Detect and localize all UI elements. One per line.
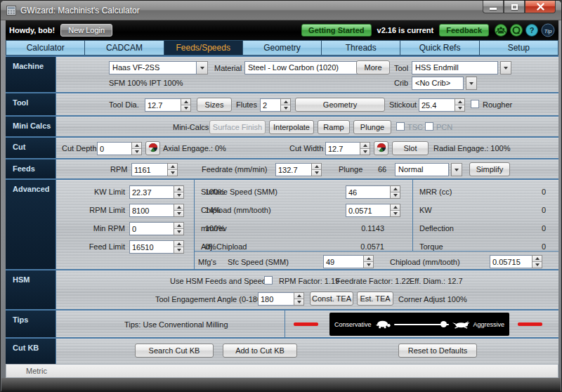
tea-input[interactable] (258, 292, 294, 306)
add-to-cut-kb-button[interactable]: Add to Cut KB (223, 344, 297, 358)
spinner-arrows[interactable] (294, 292, 304, 306)
tab-threads[interactable]: Threads (322, 40, 400, 55)
spinner-arrows[interactable] (131, 142, 142, 155)
use-hsm-checkbox[interactable] (264, 276, 273, 285)
ramp-button[interactable]: Ramp (318, 120, 350, 134)
minimize-button[interactable] (483, 1, 504, 13)
spinner-arrows[interactable] (174, 240, 184, 254)
machine-select[interactable]: Haas VF-2SS (109, 61, 208, 74)
spinner-arrows[interactable] (363, 255, 374, 268)
tab-cadcam[interactable]: CADCAM (85, 40, 164, 55)
video-icon[interactable] (510, 24, 523, 37)
interpolate-button[interactable]: Interpolate (269, 120, 314, 134)
title-bar[interactable]: GWizard: Machinist's Calculator (1, 1, 561, 20)
search-cut-kb-button[interactable]: Search Cut KB (135, 344, 214, 358)
spinner-arrows[interactable] (360, 142, 370, 155)
spinner-arrows[interactable] (280, 98, 291, 112)
chipload-input[interactable] (346, 204, 390, 217)
cut-kb-section: Cut KB Search Cut KB Add to Cut KB Reset… (6, 339, 558, 364)
surface-finish-button[interactable]: Surface Finish (209, 120, 266, 134)
slot-button[interactable]: Slot (392, 141, 429, 155)
chevron-down-icon[interactable] (500, 61, 511, 74)
surface-speed-input[interactable] (346, 185, 390, 199)
stickout-input[interactable] (419, 98, 455, 112)
feed-limit-input[interactable] (129, 240, 174, 254)
divider (285, 311, 285, 339)
tab-feeds-speeds[interactable]: Feeds/Speeds (164, 40, 243, 55)
deflection-label: Deflection (419, 224, 454, 233)
app-calculator-icon (6, 6, 16, 15)
cut-section-label: Cut (6, 138, 55, 158)
mrr-label: MRR (cc) (419, 188, 452, 196)
crib-select[interactable]: <No Crib> (412, 77, 477, 90)
spinner-arrows[interactable] (532, 255, 542, 268)
community-icon[interactable] (495, 24, 507, 37)
spinner-arrows[interactable] (390, 185, 400, 199)
cut-width-input[interactable] (325, 142, 360, 155)
tab-calculator[interactable]: Calculator (6, 40, 85, 55)
spinner-arrows[interactable] (311, 163, 322, 176)
tsc-label: TSC (407, 123, 423, 131)
app-window: GWizard: Machinist's Calculator Howdy, b… (0, 0, 562, 392)
spinner-arrows[interactable] (167, 163, 178, 176)
spinner-arrows[interactable] (174, 204, 184, 217)
new-login-button[interactable]: New Login (60, 24, 112, 37)
help-icon[interactable]: ? (525, 24, 538, 37)
slider-track[interactable] (394, 324, 448, 325)
mfg-chipload-input[interactable] (490, 255, 532, 268)
rpm-input[interactable] (131, 163, 167, 176)
reset-to-defaults-button[interactable]: Reset to Defaults (398, 344, 477, 358)
mfg-speed-input[interactable] (323, 255, 363, 268)
tool-type-select[interactable]: HSS Endmill (412, 61, 511, 74)
kw-limit-input[interactable] (129, 185, 174, 199)
rpm-limit-input[interactable] (129, 204, 174, 217)
getting-started-button[interactable]: Getting Started (301, 24, 371, 37)
tool-dia-input[interactable] (145, 98, 181, 112)
tsc-checkbox[interactable] (396, 122, 405, 131)
spinner-arrows[interactable] (181, 98, 191, 112)
slider-knob[interactable] (440, 321, 447, 327)
main-tabs: Calculator CADCAM Feeds/Speeds Geometry … (6, 40, 558, 55)
plunge-mode-select[interactable]: Normal (395, 163, 462, 176)
feedrate-input[interactable] (275, 163, 311, 176)
close-button[interactable] (525, 1, 556, 13)
radial-engagement-button[interactable] (374, 141, 388, 155)
maximize-button[interactable] (504, 1, 525, 13)
tab-geometry[interactable]: Geometry (243, 40, 322, 55)
chevron-down-icon[interactable] (466, 77, 477, 90)
simplify-button[interactable]: Simplify (469, 162, 510, 176)
radial-engage-text: Radial Engage.: 100% (433, 144, 510, 152)
spinner-arrows[interactable] (174, 222, 184, 235)
cut-depth-input[interactable] (97, 142, 131, 155)
surface-speed-label: Surface Speed (SMM) (201, 188, 277, 196)
spinner-arrows[interactable] (390, 204, 400, 217)
geometry-button[interactable]: Geometry (295, 98, 385, 112)
tab-quick-refs[interactable]: Quick Refs (400, 40, 479, 55)
flutes-input[interactable] (260, 98, 280, 112)
material-select[interactable]: Steel - Low Carbon (1020) (244, 61, 370, 74)
spinner-arrows[interactable] (174, 185, 184, 199)
min-rpm-spinner (129, 222, 184, 235)
cut-width-label: Cut Width (289, 144, 323, 152)
feedrate-label: Feedrate (mm/min) (202, 165, 268, 174)
tab-setup[interactable]: Setup (480, 40, 558, 55)
min-rpm-input[interactable] (129, 222, 174, 235)
torque-label: Torque (419, 242, 443, 251)
plunge-button[interactable]: Plunge (353, 120, 391, 134)
mfg-speed-spinner (323, 255, 374, 268)
sizes-button[interactable]: Sizes (197, 98, 232, 112)
tip-icon[interactable]: Tip (541, 23, 555, 37)
axial-engagement-button[interactable] (145, 141, 160, 155)
machine-section-label: Machine (6, 57, 55, 92)
feedback-button[interactable]: Feedback (439, 24, 489, 37)
spinner-arrows[interactable] (455, 98, 465, 112)
more-button[interactable]: More (356, 60, 390, 74)
chevron-down-icon[interactable] (197, 61, 208, 74)
mmrev-label: mm/rev (201, 224, 227, 233)
const-tea-button[interactable]: Const. TEA (310, 292, 353, 306)
est-tea-button[interactable]: Est. TEA (357, 292, 393, 306)
rougher-checkbox[interactable] (471, 100, 479, 108)
pcn-checkbox[interactable] (425, 122, 433, 131)
plunge-label: Plunge (339, 165, 362, 174)
chevron-down-icon[interactable] (451, 163, 462, 176)
